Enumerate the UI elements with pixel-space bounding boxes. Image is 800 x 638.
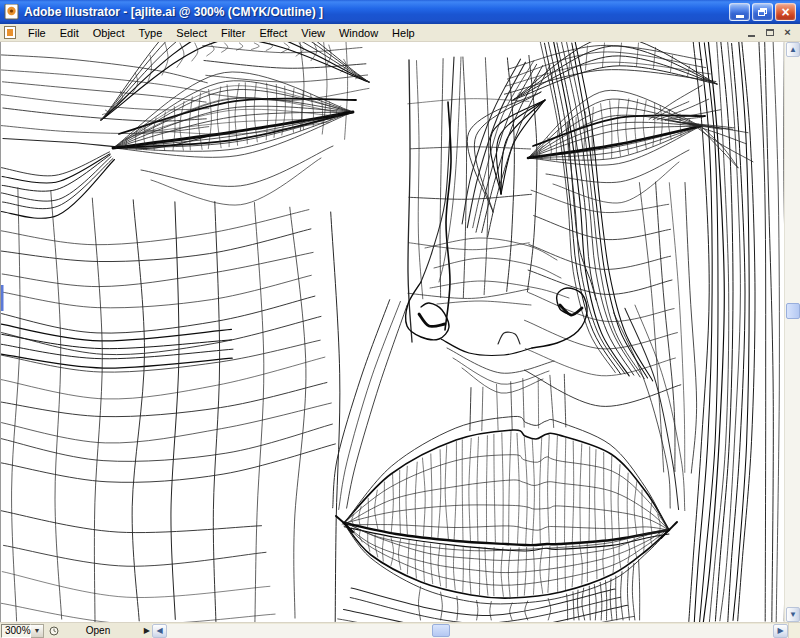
menu-edit[interactable]: Edit bbox=[53, 25, 86, 41]
document-minimize-button[interactable] bbox=[745, 27, 758, 39]
zoom-dropdown-button[interactable]: ▼ bbox=[31, 624, 44, 638]
minimize-button[interactable] bbox=[729, 3, 750, 21]
menu-select[interactable]: Select bbox=[169, 25, 214, 41]
menu-file[interactable]: File bbox=[21, 25, 53, 41]
scroll-down-button[interactable]: ▼ bbox=[786, 607, 800, 622]
vertical-scroll-track[interactable] bbox=[786, 57, 800, 607]
restore-icon bbox=[758, 8, 767, 16]
document-restore-icon bbox=[766, 29, 774, 36]
menu-help[interactable]: Help bbox=[385, 25, 422, 41]
status-display[interactable]: Open ▶ bbox=[44, 624, 152, 638]
status-text: Open bbox=[86, 625, 110, 636]
menu-view[interactable]: View bbox=[294, 25, 332, 41]
menu-filter[interactable]: Filter bbox=[214, 25, 252, 41]
resize-grip[interactable] bbox=[788, 623, 800, 638]
guide-mark bbox=[1, 285, 4, 311]
horizontal-scrollbar[interactable]: ◀ ▶ bbox=[152, 624, 788, 638]
app-window: Adobe Illustrator - [ajlite.ai @ 300% (C… bbox=[0, 0, 800, 638]
document-minimize-icon bbox=[748, 35, 755, 37]
menu-type[interactable]: Type bbox=[132, 25, 170, 41]
menu-bar: File Edit Object Type Select Filter Effe… bbox=[0, 24, 800, 42]
document-icon[interactable] bbox=[4, 26, 16, 39]
vertical-scrollbar[interactable]: ▲ ▼ bbox=[784, 42, 800, 622]
wireframe-face-artwork bbox=[1, 42, 784, 622]
vertical-scroll-thumb[interactable] bbox=[786, 303, 800, 319]
document-close-button[interactable]: × bbox=[781, 27, 794, 39]
window-title: Adobe Illustrator - [ajlite.ai @ 300% (C… bbox=[24, 5, 729, 19]
document-restore-button[interactable] bbox=[763, 27, 776, 39]
menu-window[interactable]: Window bbox=[332, 25, 385, 41]
title-bar: Adobe Illustrator - [ajlite.ai @ 300% (C… bbox=[0, 0, 800, 24]
zoom-level-value: 300% bbox=[5, 625, 31, 636]
clock-icon bbox=[49, 626, 59, 636]
minimize-icon bbox=[736, 15, 744, 18]
restore-button[interactable] bbox=[752, 3, 773, 21]
scroll-right-button[interactable]: ▶ bbox=[773, 624, 788, 638]
artboard-canvas[interactable] bbox=[0, 42, 784, 622]
illustrator-app-icon bbox=[4, 4, 20, 20]
close-button[interactable]: × bbox=[775, 3, 796, 21]
horizontal-scroll-thumb[interactable] bbox=[432, 624, 450, 637]
status-flyout-arrow[interactable]: ▶ bbox=[144, 627, 150, 635]
close-icon: × bbox=[781, 5, 789, 19]
scroll-left-button[interactable]: ◀ bbox=[152, 624, 167, 638]
menu-effect[interactable]: Effect bbox=[252, 25, 294, 41]
menu-object[interactable]: Object bbox=[86, 25, 132, 41]
horizontal-scroll-track[interactable] bbox=[167, 624, 773, 638]
status-bar: 300% ▼ Open ▶ ◀ ▶ bbox=[0, 622, 800, 638]
scroll-up-button[interactable]: ▲ bbox=[786, 42, 800, 57]
zoom-level-field[interactable]: 300% bbox=[1, 624, 31, 638]
